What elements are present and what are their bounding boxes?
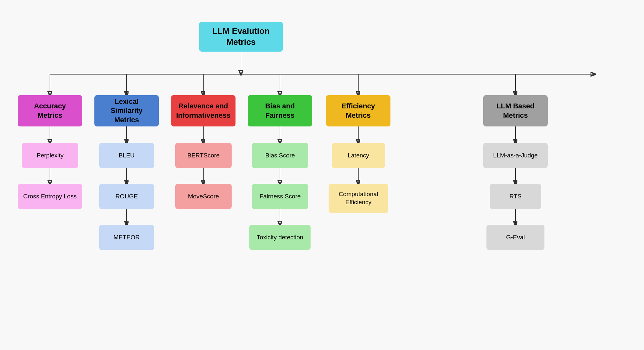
lexical-sub-bleu: BLEU	[99, 143, 154, 168]
llmbased-cat-node: LLM Based Metrics	[483, 95, 548, 126]
efficiency-sub-computational: Computational Efficiency	[329, 184, 388, 213]
lexical-sub-meteor: METEOR	[99, 225, 154, 250]
efficiency-cat-node: Efficiency Metrics	[326, 95, 390, 126]
bias-sub-bias-score: Bias Score	[252, 143, 308, 168]
diagram: LLM Evalution Metrics Accuracy Metrics P…	[0, 0, 644, 350]
relevance-sub-bertscore: BERTScore	[175, 143, 232, 168]
lexical-cat-node: Lexical Similarity Metrics	[94, 95, 159, 126]
relevance-cat-node: Relevence and Informativeness	[171, 95, 235, 126]
bias-sub-fairness-score: Fairness Score	[252, 184, 308, 209]
lexical-sub-rouge: ROUGE	[99, 184, 154, 209]
root-node: LLM Evalution Metrics	[199, 22, 283, 52]
accuracy-cat-node: Accuracy Metrics	[18, 95, 82, 126]
relevance-sub-movescore: MoveScore	[175, 184, 232, 209]
accuracy-sub-perplexity: Perplexity	[22, 143, 78, 168]
efficiency-sub-latency: Latency	[332, 143, 385, 168]
llmbased-sub-geval: G-Eval	[486, 225, 544, 250]
llmbased-sub-rts: RTS	[490, 184, 541, 209]
llmbased-sub-judge: LLM-as-a-Judge	[483, 143, 548, 168]
accuracy-sub-cross-entropy: Cross Entropy Loss	[18, 184, 82, 209]
bias-sub-toxicity: Toxicity detection	[249, 225, 311, 250]
bias-cat-node: Bias and Fairness	[248, 95, 312, 126]
